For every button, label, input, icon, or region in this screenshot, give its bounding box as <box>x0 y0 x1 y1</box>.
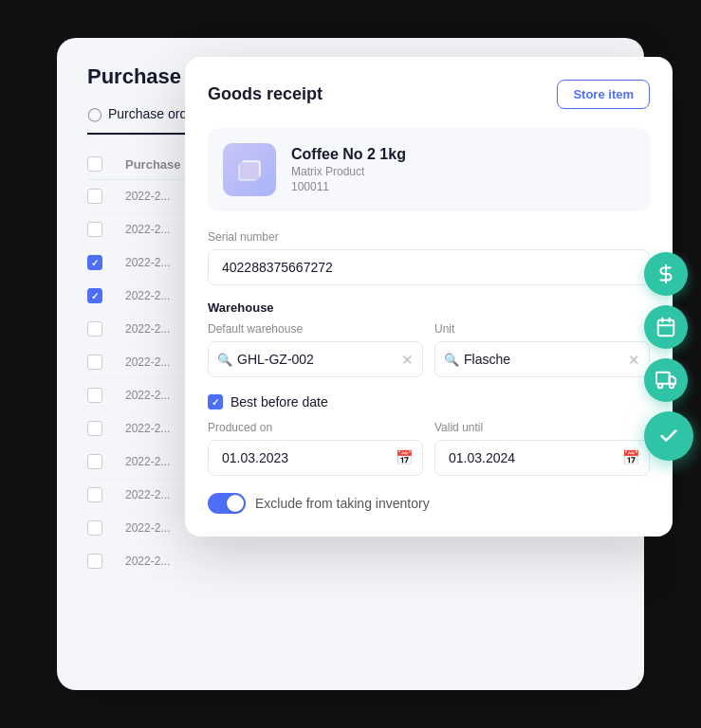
valid-until-input[interactable] <box>434 440 650 476</box>
clock-icon: ◯ <box>87 106 102 121</box>
svg-point-10 <box>658 384 663 389</box>
row-checkbox-4[interactable] <box>87 288 102 303</box>
product-image <box>223 143 276 196</box>
truck-icon <box>655 370 676 391</box>
svg-rect-2 <box>240 162 259 179</box>
product-icon <box>234 155 265 185</box>
exclude-label: Exclude from taking inventory <box>255 496 430 511</box>
product-info: Coffee No 2 1kg Matrix Product 100011 <box>291 146 406 193</box>
svg-point-11 <box>670 384 674 389</box>
product-sku: 100011 <box>291 180 406 193</box>
unit-input-wrapper: 🔍 ✕ <box>434 341 650 377</box>
product-name: Coffee No 2 1kg <box>291 146 406 163</box>
best-before-row: Best before date <box>208 394 650 410</box>
calendar-icon <box>655 317 676 337</box>
goods-receipt-modal: Goods receipt Store item Coffee No 2 1kg… <box>185 57 673 537</box>
default-warehouse-label: Default warehouse <box>208 322 423 336</box>
produced-on-calendar-icon[interactable]: 📅 <box>396 449 414 466</box>
table-row[interactable]: 2022-2... <box>87 545 614 578</box>
dollar-icon <box>655 264 676 284</box>
row-checkbox-3[interactable] <box>87 255 102 270</box>
unit-field: Unit 🔍 ✕ <box>434 322 650 377</box>
select-all-checkbox[interactable] <box>87 156 102 172</box>
best-before-checkbox[interactable] <box>208 394 223 410</box>
fab-check-button[interactable] <box>644 411 693 461</box>
row-checkbox-7[interactable] <box>87 388 102 403</box>
modal-header: Goods receipt Store item <box>208 80 650 109</box>
row-checkbox-6[interactable] <box>87 355 102 370</box>
exclude-toggle-row: Exclude from taking inventory <box>208 493 650 514</box>
unit-search-icon: 🔍 <box>444 353 459 367</box>
toggle-thumb <box>227 495 244 512</box>
produced-on-input-wrapper: 📅 <box>208 440 423 476</box>
serial-number-label: Serial number <box>208 230 650 244</box>
default-warehouse-input[interactable] <box>208 341 423 377</box>
valid-until-label: Valid until <box>434 421 650 434</box>
warehouse-section-title: Warehouse <box>208 300 650 315</box>
valid-until-field: Valid until 📅 <box>434 421 650 476</box>
header-check <box>87 156 114 172</box>
svg-rect-4 <box>658 320 674 337</box>
date-row: Produced on 📅 Valid until 📅 <box>208 421 650 476</box>
row-checkbox-9[interactable] <box>87 454 102 469</box>
default-warehouse-input-wrapper: 🔍 ✕ <box>208 341 423 377</box>
warehouse-row: Default warehouse 🔍 ✕ Unit 🔍 ✕ <box>208 322 650 377</box>
fab-truck-button[interactable] <box>644 358 688 402</box>
row-checkbox-10[interactable] <box>87 487 102 502</box>
exclude-toggle[interactable] <box>208 493 246 514</box>
fab-calendar-button[interactable] <box>644 305 688 349</box>
store-item-button[interactable]: Store item <box>557 80 650 109</box>
modal-title: Goods receipt <box>208 84 323 104</box>
fab-dollar-button[interactable] <box>644 252 688 296</box>
best-before-label: Best before date <box>231 394 328 410</box>
serial-number-input[interactable] <box>208 249 650 285</box>
unit-input[interactable] <box>434 341 650 377</box>
row-checkbox-8[interactable] <box>87 421 102 436</box>
svg-marker-9 <box>670 376 675 383</box>
unit-label: Unit <box>434 322 650 336</box>
valid-until-calendar-icon[interactable]: 📅 <box>622 449 640 466</box>
product-card: Coffee No 2 1kg Matrix Product 100011 <box>208 128 650 211</box>
produced-on-label: Produced on <box>208 421 423 434</box>
unit-clear-icon[interactable]: ✕ <box>628 353 640 367</box>
row-checkbox-5[interactable] <box>87 321 102 337</box>
produced-on-field: Produced on 📅 <box>208 421 423 476</box>
warehouse-clear-icon[interactable]: ✕ <box>401 353 414 367</box>
check-icon <box>658 426 679 446</box>
default-warehouse-field: Default warehouse 🔍 ✕ <box>208 322 423 377</box>
product-type: Matrix Product <box>291 165 406 178</box>
valid-until-input-wrapper: 📅 <box>434 440 650 476</box>
row-checkbox-12[interactable] <box>87 554 102 569</box>
row-label-12: 2022-2... <box>125 555 614 568</box>
row-checkbox-1[interactable] <box>87 189 102 204</box>
fab-group <box>644 252 693 461</box>
produced-on-input[interactable] <box>208 440 423 476</box>
row-checkbox-2[interactable] <box>87 222 102 237</box>
warehouse-search-icon: 🔍 <box>217 353 232 367</box>
svg-rect-8 <box>656 373 670 384</box>
row-checkbox-11[interactable] <box>87 520 102 536</box>
screen: Purchase order ◯ Purchase orders 66 ☰ Co… <box>0 0 701 728</box>
